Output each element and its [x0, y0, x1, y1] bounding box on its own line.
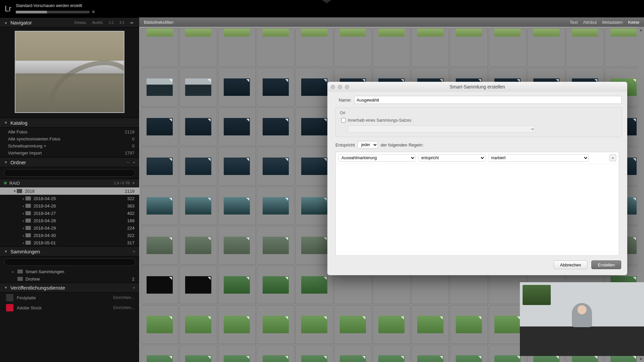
thumbnail[interactable] [340, 316, 366, 333]
grid-cell[interactable] [218, 107, 256, 146]
thumbnail[interactable] [224, 158, 250, 175]
scroll-up-icon[interactable]: ▲ [638, 27, 644, 33]
grid-cell[interactable] [450, 28, 488, 67]
collection-set-select[interactable] [348, 125, 536, 133]
thumbnail[interactable] [263, 316, 289, 333]
grid-cell[interactable] [141, 265, 178, 304]
thumbnail[interactable] [494, 316, 521, 333]
folder-row[interactable]: ▸2018-04-28169 [0, 217, 139, 224]
collections-header[interactable]: ▼Sammlungen + [0, 246, 139, 256]
grid-cell[interactable] [257, 345, 294, 362]
thumbnail[interactable] [263, 118, 289, 135]
grid-cell[interactable] [566, 28, 604, 67]
grid-cell[interactable] [605, 28, 643, 67]
thumbnail[interactable] [417, 316, 443, 333]
rule-op-select[interactable]: entspricht [418, 154, 485, 162]
thumbnail[interactable] [494, 28, 521, 37]
folders-header[interactable]: ▼Ordner −+ [0, 157, 139, 167]
grid-cell[interactable] [489, 28, 527, 67]
grid-cell[interactable] [179, 305, 217, 344]
folder-row[interactable]: ▸2018-04-29224 [0, 224, 139, 232]
thumbnail[interactable] [263, 355, 289, 362]
thumbnail[interactable] [494, 355, 521, 362]
grid-cell[interactable] [257, 226, 294, 265]
thumbnail[interactable] [301, 237, 327, 254]
rule-field-select[interactable]: Auswahlmarkierung [338, 154, 416, 162]
thumbnail[interactable] [263, 28, 289, 37]
thumbnail[interactable] [185, 197, 211, 215]
thumbnail[interactable] [533, 28, 559, 37]
thumbnail[interactable] [378, 355, 405, 362]
grid-cell[interactable] [179, 345, 217, 362]
grid-cell[interactable] [450, 345, 488, 362]
grid-cell[interactable] [179, 147, 217, 186]
grid-cell[interactable] [334, 28, 372, 67]
dialog-titlebar[interactable]: Smart-Sammlung erstellen [327, 82, 627, 92]
folder-row[interactable]: ▼ 2018 2119 [0, 187, 139, 195]
grid-cell[interactable] [218, 265, 256, 304]
navigator-zoom-options[interactable]: Einpas.Ausfül.1:13:1◂▸ [73, 20, 135, 25]
folder-row[interactable]: ▸2018-04-25322 [0, 195, 139, 202]
grid-cell[interactable] [334, 345, 372, 362]
thumbnail[interactable] [147, 28, 173, 37]
navigator-preview[interactable] [15, 31, 124, 113]
grid-cell[interactable] [411, 345, 449, 362]
grid-cell[interactable] [411, 28, 449, 67]
catalog-header[interactable]: ▼Katalog [0, 118, 139, 128]
volume-row[interactable]: RAID 2,4 / 8 TB ▼ [0, 179, 139, 187]
grid-cell[interactable] [373, 28, 411, 67]
catalog-item[interactable]: Alle synchronisierten Fotos0 [0, 135, 139, 142]
thumbnail[interactable] [301, 316, 327, 333]
thumbnail[interactable] [301, 158, 327, 175]
grid-cell[interactable] [373, 305, 411, 344]
grid-cell[interactable] [179, 226, 217, 265]
thumbnail[interactable] [224, 316, 250, 333]
add-rule-button[interactable]: + [609, 155, 616, 161]
thumbnail[interactable] [572, 28, 598, 37]
grid-cell[interactable] [411, 305, 449, 344]
grid-cell[interactable] [218, 186, 256, 225]
grid-cell[interactable] [257, 147, 294, 186]
grid-cell[interactable] [295, 305, 333, 344]
name-input[interactable] [354, 96, 622, 104]
grid-cell[interactable] [257, 28, 294, 67]
thumbnail[interactable] [263, 276, 289, 294]
folder-row[interactable]: ▸2018-04-30322 [0, 232, 139, 239]
filter-tab[interactable]: Metadaten [602, 20, 623, 25]
collection-item[interactable]: ▸Smart-Sammlungen [0, 268, 139, 275]
thumbnail[interactable] [263, 78, 289, 96]
folders-minus-icon[interactable]: − [127, 160, 129, 165]
thumbnail[interactable] [610, 355, 637, 362]
catalog-item[interactable]: Schnellsammlung +0 [0, 142, 139, 149]
thumbnail[interactable] [456, 28, 482, 37]
grid-cell[interactable] [141, 107, 178, 146]
grid-cell[interactable] [527, 28, 565, 67]
folder-row[interactable]: ▸2018-05-01317 [0, 239, 139, 246]
thumbnail[interactable] [263, 158, 289, 175]
thumbnail[interactable] [301, 197, 327, 215]
publish-header[interactable]: ▼Veröffentlichungsdienste + [0, 283, 139, 293]
grid-cell[interactable] [141, 186, 178, 225]
thumbnail[interactable] [147, 355, 173, 362]
grid-cell[interactable] [179, 186, 217, 225]
thumbnail[interactable] [340, 355, 366, 362]
grid-cell[interactable] [257, 265, 294, 304]
thumbnail[interactable] [456, 316, 482, 333]
collections-search-input[interactable] [4, 258, 135, 266]
thumbnail[interactable] [263, 197, 289, 215]
thumbnail[interactable] [610, 28, 637, 37]
thumbnail[interactable] [301, 118, 327, 135]
thumbnail[interactable] [417, 355, 443, 362]
folders-search-input[interactable] [4, 169, 135, 177]
thumbnail[interactable] [301, 276, 327, 294]
grid-cell[interactable] [179, 68, 217, 107]
thumbnail[interactable] [185, 158, 211, 175]
inside-set-check-input[interactable] [341, 118, 346, 123]
thumbnail[interactable] [147, 78, 173, 96]
inside-set-checkbox[interactable]: Innerhalb eines Sammlungs-Satzes [341, 118, 618, 123]
thumbnail[interactable] [340, 28, 366, 37]
collection-item[interactable]: Drohne2 [0, 275, 139, 283]
create-button[interactable]: Erstellen [591, 260, 621, 269]
thumbnail[interactable] [456, 355, 482, 362]
folders-plus-icon[interactable]: + [132, 160, 135, 165]
